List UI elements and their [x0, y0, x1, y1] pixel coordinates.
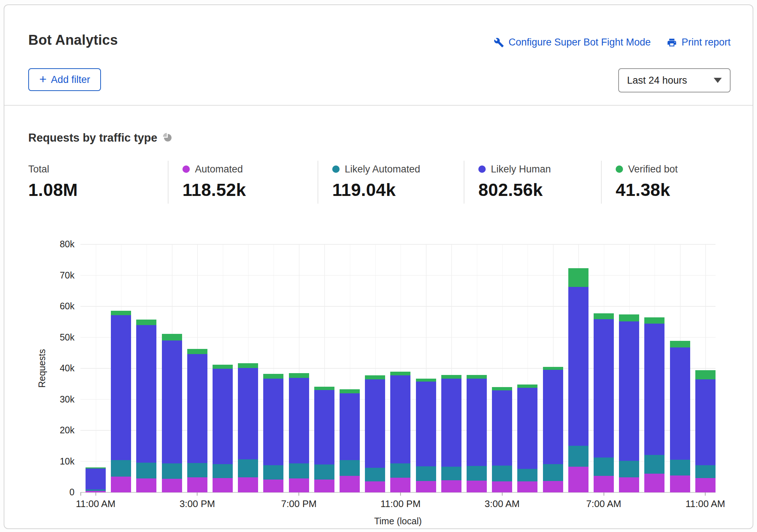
- segment-likely-human: [695, 379, 716, 465]
- segment-likely-human: [238, 368, 258, 459]
- horizontal-gridline: [80, 306, 716, 307]
- stat-verified-bot[interactable]: Verified bot 41.38k: [601, 161, 737, 204]
- bar-5-00-pm[interactable]: [238, 363, 258, 492]
- segment-automated: [340, 476, 360, 492]
- bar-3-00-am[interactable]: [492, 387, 512, 492]
- stat-likely-automated[interactable]: Likely Automated 119.04k: [318, 161, 464, 204]
- bar-3-00-pm[interactable]: [187, 349, 207, 492]
- segment-verified-bot: [365, 375, 385, 379]
- segment-automated: [517, 481, 537, 492]
- bar-12-00-pm[interactable]: [111, 311, 131, 492]
- segment-verified-bot: [543, 367, 563, 370]
- segment-likely-automated: [213, 464, 233, 478]
- segment-verified-bot: [111, 311, 131, 315]
- segment-likely-human: [594, 319, 614, 458]
- x-tick-label: 11:00 AM: [55, 498, 136, 510]
- bar-8-00-am[interactable]: [619, 314, 639, 492]
- verified-bot-legend-dot: [616, 165, 623, 173]
- add-filter-label: Add filter: [51, 74, 90, 85]
- bar-1-00-am[interactable]: [441, 375, 461, 492]
- segment-likely-human: [111, 315, 131, 460]
- segment-verified-bot: [340, 389, 360, 393]
- x-tick: [197, 492, 198, 496]
- segment-automated: [238, 477, 258, 492]
- time-range-select[interactable]: Last 24 hours: [618, 68, 731, 92]
- segment-likely-automated: [568, 446, 588, 467]
- bar-10-00-am[interactable]: [670, 341, 690, 492]
- stat-likely-human-label: Likely Human: [491, 164, 551, 175]
- segment-likely-human: [314, 390, 334, 464]
- bar-2-00-pm[interactable]: [162, 334, 182, 492]
- stat-likely-automated-label: Likely Automated: [345, 164, 420, 175]
- bar-7-00-pm[interactable]: [289, 373, 309, 492]
- horizontal-gridline: [80, 244, 716, 245]
- section-title-row: Requests by traffic type: [28, 131, 173, 145]
- segment-likely-automated: [340, 460, 360, 476]
- segment-likely-human: [492, 390, 512, 465]
- segment-verified-bot: [416, 379, 436, 382]
- y-tick-label: 70k: [45, 270, 75, 281]
- segment-likely-automated: [365, 468, 385, 481]
- bar-5-00-am[interactable]: [543, 367, 563, 492]
- x-tick: [502, 492, 503, 496]
- x-tick-label: 3:00 PM: [157, 498, 238, 510]
- bar-6-00-pm[interactable]: [263, 374, 283, 492]
- bar-11-00-am[interactable]: [695, 370, 716, 492]
- bar-10-00-pm[interactable]: [365, 375, 385, 492]
- bar-6-00-am[interactable]: [568, 268, 588, 492]
- bar-11-00-pm[interactable]: [390, 372, 410, 492]
- bar-2-00-am[interactable]: [467, 375, 487, 492]
- segment-likely-automated: [441, 467, 461, 480]
- wrench-icon: [494, 37, 504, 48]
- x-tick-label: 3:00 AM: [462, 498, 543, 510]
- segment-verified-bot: [136, 320, 156, 325]
- segment-verified-bot: [467, 375, 487, 379]
- print-report-link[interactable]: Print report: [667, 37, 731, 48]
- stat-verified-bot-label: Verified bot: [628, 164, 678, 175]
- x-tick: [400, 492, 401, 496]
- segment-verified-bot: [441, 375, 461, 379]
- segment-verified-bot: [492, 387, 512, 390]
- bar-11-00-am[interactable]: [86, 467, 106, 492]
- segment-likely-automated: [543, 464, 563, 481]
- y-tick-label: 80k: [45, 239, 75, 249]
- bar-12-00-am[interactable]: [416, 379, 436, 492]
- bar-4-00-am[interactable]: [517, 385, 537, 492]
- bar-9-00-am[interactable]: [644, 317, 664, 492]
- x-tick: [705, 492, 706, 496]
- bar-8-00-pm[interactable]: [314, 387, 334, 492]
- bar-9-00-pm[interactable]: [340, 389, 360, 492]
- segment-likely-human: [340, 393, 360, 460]
- segment-automated: [492, 481, 512, 492]
- segment-likely-human: [263, 379, 283, 465]
- segment-likely-automated: [187, 463, 207, 478]
- y-tick-label: 40k: [45, 363, 75, 374]
- stat-automated[interactable]: Automated 118.52k: [168, 161, 318, 204]
- bar-4-00-pm[interactable]: [213, 365, 233, 492]
- x-tick: [604, 492, 604, 496]
- segment-automated: [314, 480, 334, 492]
- printer-icon: [667, 37, 677, 48]
- bar-1-00-pm[interactable]: [136, 320, 156, 492]
- stat-total-value: 1.08M: [28, 180, 164, 200]
- configure-super-bot-fight-mode-link[interactable]: Configure Super Bot Fight Mode: [494, 37, 651, 48]
- add-filter-button[interactable]: + Add filter: [28, 68, 101, 91]
- bar-7-00-am[interactable]: [594, 313, 614, 492]
- horizontal-gridline: [80, 275, 716, 276]
- segment-automated: [416, 481, 436, 492]
- segment-likely-automated: [238, 459, 258, 477]
- print-link-label: Print report: [681, 37, 731, 48]
- segment-automated: [441, 480, 461, 492]
- segment-likely-human: [644, 324, 664, 455]
- segment-likely-automated: [136, 463, 156, 478]
- x-tick: [298, 492, 299, 496]
- stat-verified-bot-value: 41.38k: [616, 180, 733, 200]
- segment-likely-human: [213, 369, 233, 464]
- page-title: Bot Analytics: [28, 32, 118, 48]
- segment-likely-automated: [644, 455, 664, 474]
- segment-likely-automated: [695, 465, 716, 478]
- segment-automated: [543, 481, 563, 492]
- segment-verified-bot: [517, 385, 537, 388]
- stat-total: Total 1.08M: [28, 161, 168, 204]
- stat-likely-human[interactable]: Likely Human 802.56k: [464, 161, 601, 204]
